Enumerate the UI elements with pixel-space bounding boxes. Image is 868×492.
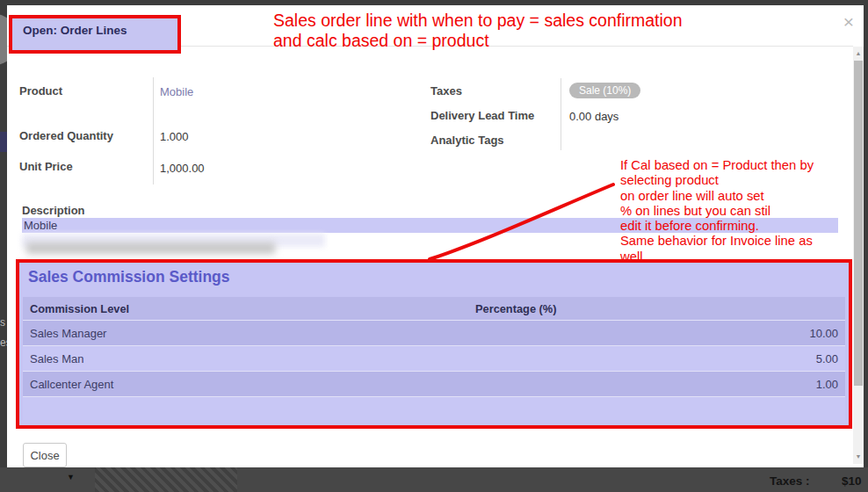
analytic-tags-label: Analytic Tags — [430, 134, 504, 147]
background-text-fragment: s — [0, 316, 5, 329]
field-separator-right — [561, 78, 561, 150]
annotation-note-line: on order line will auto set — [620, 189, 850, 204]
screenshot-stage: s es ▼ Taxes : $10 Open: Order Lines Sal… — [0, 0, 868, 492]
sales-commission-box: Sales Commission Settings Commission Lev… — [16, 259, 852, 429]
table-row[interactable]: Sales Man 5.00 — [23, 346, 845, 372]
annotation-note-line: well. — [620, 250, 850, 264]
commission-table-header: Commission Level Percentage (%) — [23, 297, 845, 321]
annotation-heading: Sales order line with when to pay = sale… — [273, 11, 818, 51]
annotation-heading-line1: Sales order line with when to pay = sale… — [273, 11, 818, 31]
table-row[interactable]: Callcenter Agent 1.00 — [23, 372, 845, 397]
percentage-cell: 10.00 — [475, 327, 845, 340]
modal-scrollbar[interactable]: ▲ ▼ — [853, 47, 864, 464]
percentage-header: Percentage (%) — [475, 302, 845, 315]
taxes-label: Taxes — [430, 84, 462, 98]
close-icon[interactable]: × — [839, 12, 858, 32]
product-label: Product — [19, 84, 62, 98]
ordered-quantity-label: Ordered Quantity — [19, 129, 113, 142]
unit-price-label: Unit Price — [19, 160, 73, 173]
dropdown-arrow-icon: ▼ — [67, 473, 75, 481]
delivery-lead-time-label: Delivery Lead Time — [430, 109, 534, 122]
annotation-note-line: If Cal based on = Product then by — [620, 158, 850, 173]
background-taxes-value: $10 — [842, 474, 868, 488]
unit-price-value: 1,000.00 — [160, 162, 205, 175]
close-button[interactable]: Close — [23, 443, 67, 467]
scroll-up-icon[interactable]: ▲ — [853, 48, 864, 59]
commission-table: Commission Level Percentage (%) Sales Ma… — [23, 297, 845, 420]
commission-level-header: Commission Level — [23, 302, 475, 315]
modal-title: Open: Order Lines — [23, 24, 127, 37]
product-value-link[interactable]: Mobile — [160, 85, 193, 98]
commission-level-cell: Sales Man — [23, 352, 475, 365]
percentage-cell: 5.00 — [475, 352, 845, 365]
background-hatched-cell — [95, 467, 237, 492]
redacted-description-line — [26, 242, 275, 254]
tax-badge: Sale (10%) — [569, 83, 640, 98]
order-line-modal: Open: Order Lines Sales order line with … — [7, 5, 864, 467]
field-separator-left — [153, 77, 154, 184]
background-taxes-label: Taxes : — [770, 474, 810, 488]
delivery-lead-time-value: 0.00 days — [569, 110, 618, 123]
sales-commission-heading: Sales Commission Settings — [28, 268, 230, 286]
description-label: Description — [22, 204, 85, 217]
empty-table-row — [23, 397, 845, 420]
annotation-note: If Cal based on = Product then by select… — [620, 158, 850, 264]
annotation-note-line: % on lines but you can stil — [620, 204, 850, 219]
background-indigo-band — [0, 132, 7, 152]
annotation-note-line: edit it before confirming. — [620, 219, 850, 234]
commission-level-cell: Sales Manager — [23, 327, 475, 340]
annotation-note-line: Same behavior for Invoice line as — [620, 234, 850, 249]
ordered-quantity-value: 1.000 — [160, 130, 189, 143]
annotation-note-line: selecting product — [620, 173, 850, 188]
annotation-heading-line2: and calc based on = product — [273, 31, 818, 51]
percentage-cell: 1.00 — [475, 378, 845, 391]
commission-level-cell: Callcenter Agent — [23, 378, 475, 391]
scrollbar-thumb[interactable] — [854, 61, 863, 386]
table-row[interactable]: Sales Manager 10.00 — [23, 321, 845, 346]
scroll-down-icon[interactable]: ▼ — [853, 452, 864, 462]
modal-title-highlight-box: Open: Order Lines — [9, 15, 181, 54]
